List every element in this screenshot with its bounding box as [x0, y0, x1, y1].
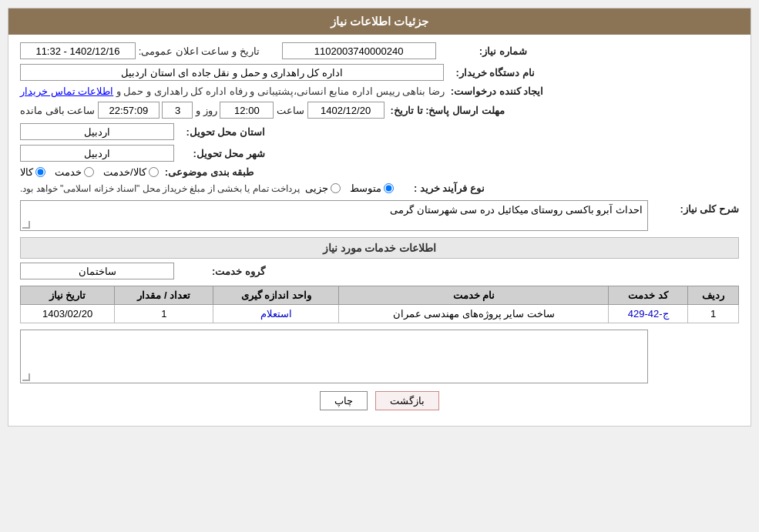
subject-radio-kala[interactable] — [35, 167, 45, 177]
purchase-type-radio-jozi[interactable] — [331, 183, 341, 193]
col-service-code: کد خدمت — [609, 286, 688, 305]
subject-option-khedmat[interactable]: خدمت — [55, 166, 94, 178]
purchase-type-note: پرداخت تمام یا بخشی از مبلغ خریداز محل "… — [20, 183, 300, 194]
back-button[interactable]: بازگشت — [375, 391, 439, 410]
subject-radio-kala-khedmat[interactable] — [149, 167, 159, 177]
service-group-value: ساختمان — [20, 263, 174, 279]
purchase-type-option-jozi[interactable]: جزیی — [305, 182, 341, 194]
col-unit: واحد اندازه گیری — [213, 286, 339, 305]
table-row: 1ج-42-429ساخت سایر پروژه‌های مهندسی عمرا… — [21, 305, 739, 323]
services-section-title: اطلاعات خدمات مورد نیاز — [20, 237, 739, 259]
services-table-section: ردیف کد خدمت نام خدمت واحد اندازه گیری ت… — [20, 286, 739, 323]
delivery-province-label: استان محل تحویل: — [180, 126, 265, 138]
table-cell-4: 1 — [115, 305, 213, 323]
subject-label-kala-khedmat: کالا/خدمت — [103, 166, 146, 178]
subject-option-kala-khedmat[interactable]: کالا/خدمت — [103, 166, 159, 178]
buyer-name-label: نام دستگاه خریدار: — [450, 67, 535, 79]
creator-row: ایجاد کننده درخواست: رضا بناهی رییس ادار… — [20, 85, 739, 97]
announcement-date-label: تاریخ و ساعت اعلان عمومی: — [139, 45, 260, 57]
page-title: جزئیات اطلاعات نیاز — [331, 15, 428, 28]
bottom-buttons: بازگشت چاپ — [20, 391, 739, 410]
buyer-name-row: نام دستگاه خریدار: اداره کل راهداری و حم… — [20, 64, 739, 81]
buyer-notes-box — [20, 330, 648, 383]
subject-label-khedmat: خدمت — [55, 166, 82, 178]
col-service-name: نام خدمت — [339, 286, 609, 305]
resize-handle-notes — [22, 373, 30, 381]
delivery-province-row: استان محل تحویل: اردبیل — [20, 123, 739, 140]
purchase-type-option-motavasset[interactable]: متوسط — [350, 182, 394, 194]
request-number-row: شماره نیاز: 1102003740000240 تاریخ و ساع… — [20, 42, 739, 59]
table-cell-0: 1 — [688, 305, 739, 323]
service-group-label: گروه خدمت: — [180, 266, 265, 277]
subject-row: طبقه بندی موضوعی: کالا/خدمت خدمت کالا — [20, 166, 739, 178]
general-description-box: احداث آبرو باکسی روستای میکائیل دره سی ش… — [20, 200, 648, 231]
response-date-value: 1402/12/20 — [307, 102, 385, 119]
subject-label: طبقه بندی موضوعی: — [165, 166, 254, 178]
purchase-type-radio-motavasset[interactable] — [384, 183, 394, 193]
col-need-date: تاریخ نیاز — [21, 286, 115, 305]
general-description-label: شرح کلی نیاز: — [680, 203, 739, 215]
response-day-value: 3 — [162, 102, 193, 119]
print-button[interactable]: چاپ — [320, 391, 368, 410]
contact-link[interactable]: اطلاعات تماس خریدار — [20, 85, 113, 97]
purchase-type-label-jozi: جزیی — [305, 182, 328, 194]
response-remaining-label: ساعت باقی مانده — [20, 105, 95, 116]
contact-link-separator — [113, 85, 116, 97]
general-description-section: شرح کلی نیاز: احداث آبرو باکسی روستای می… — [20, 200, 739, 231]
general-description-value: احداث آبرو باکسی روستای میکائیل دره سی ش… — [390, 204, 643, 216]
subject-radio-group: کالا/خدمت خدمت کالا — [20, 166, 159, 178]
table-cell-5: 1403/02/20 — [21, 305, 115, 323]
purchase-type-label-motavasset: متوسط — [350, 182, 381, 194]
purchase-type-label: نوع فرآیند خرید : — [400, 182, 485, 194]
content-area: شماره نیاز: 1102003740000240 تاریخ و ساع… — [8, 35, 751, 426]
service-group-row: گروه خدمت: ساختمان — [20, 263, 739, 279]
purchase-type-radio-group: متوسط جزیی — [305, 182, 394, 194]
subject-option-kala[interactable]: کالا — [20, 166, 45, 178]
subject-radio-khedmat[interactable] — [84, 167, 94, 177]
response-deadline-label: مهلت ارسال پاسخ: تا تاریخ: — [391, 105, 505, 116]
response-remaining-value: 22:57:09 — [98, 102, 160, 119]
response-time-label: ساعت — [277, 105, 304, 116]
table-cell-3: استعلام — [213, 305, 339, 323]
table-cell-2: ساخت سایر پروژه‌های مهندسی عمران — [339, 305, 609, 323]
delivery-city-value: اردبیل — [20, 145, 174, 162]
table-cell-1: ج-42-429 — [609, 305, 688, 323]
delivery-city-row: شهر محل تحویل: اردبیل — [20, 145, 739, 162]
subject-label-kala: کالا — [20, 166, 33, 178]
creator-label: ایجاد کننده درخواست: — [451, 85, 544, 97]
delivery-province-value: اردبیل — [20, 123, 174, 140]
response-time-value: 12:00 — [220, 102, 274, 119]
buyer-notes-section — [20, 330, 739, 383]
delivery-city-label: شهر محل تحویل: — [180, 148, 265, 159]
request-number-value: 1102003740000240 — [282, 42, 436, 59]
response-day-label: روز و — [196, 105, 217, 116]
page-header: جزئیات اطلاعات نیاز — [8, 8, 751, 35]
resize-handle — [22, 221, 30, 229]
services-table: ردیف کد خدمت نام خدمت واحد اندازه گیری ت… — [20, 286, 739, 323]
creator-value: رضا بناهی رییس اداره منابع انسانی،پشتیبا… — [116, 85, 445, 97]
main-container: جزئیات اطلاعات نیاز شماره نیاز: 11020037… — [8, 8, 751, 427]
announcement-date-value: 1402/12/16 - 11:32 — [20, 42, 136, 59]
purchase-type-row: نوع فرآیند خرید : متوسط جزیی پرداخت تمام… — [20, 182, 739, 194]
request-number-label: شماره نیاز: — [442, 45, 527, 57]
response-deadline-row: مهلت ارسال پاسخ: تا تاریخ: 1402/12/20 سا… — [20, 102, 739, 119]
col-quantity: تعداد / مقدار — [115, 286, 213, 305]
buyer-name-value: اداره کل راهداری و حمل و نقل جاده ای است… — [20, 64, 444, 81]
col-row-num: ردیف — [688, 286, 739, 305]
